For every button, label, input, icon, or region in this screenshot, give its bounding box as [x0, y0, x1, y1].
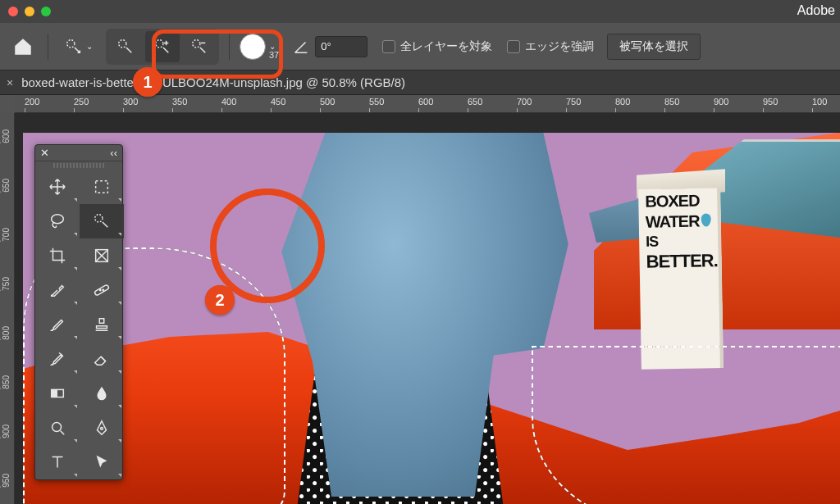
svg-point-9: [99, 289, 100, 290]
tool-pen[interactable]: [80, 411, 124, 445]
tool-clone-stamp[interactable]: [80, 307, 124, 342]
tool-dodge[interactable]: [35, 411, 80, 445]
move-icon: [48, 178, 66, 196]
tool-type[interactable]: [35, 445, 80, 479]
tool-brush[interactable]: [35, 307, 80, 342]
mode-add-selection[interactable]: [145, 31, 180, 62]
tool-lasso[interactable]: [35, 204, 80, 238]
chevron-down-icon: ⌄: [269, 42, 276, 51]
window-zoom-button[interactable]: [41, 7, 51, 16]
brush-add-icon: [153, 38, 171, 56]
quick-select-icon: [93, 212, 111, 230]
svg-point-3: [193, 39, 200, 47]
ruler-tick: 950: [2, 474, 11, 488]
svg-point-5: [52, 215, 64, 224]
panel-close-icon[interactable]: ✕: [40, 147, 49, 159]
history-brush-icon: [48, 350, 66, 368]
panel-collapse-icon[interactable]: ‹‹: [110, 147, 117, 159]
select-subject-button[interactable]: 被写体を選択: [607, 34, 701, 60]
checkbox-icon: [382, 40, 395, 53]
svg-point-14: [101, 428, 103, 430]
frame-icon: [93, 247, 111, 265]
eraser-icon: [93, 350, 111, 368]
ruler-tick: 650: [468, 97, 482, 107]
panel-header[interactable]: ✕ ‹‹: [35, 145, 122, 161]
app-title: Adobe: [797, 3, 835, 18]
mode-new-selection[interactable]: [108, 31, 143, 62]
ruler-tick: 700: [517, 97, 532, 107]
tools-panel[interactable]: ✕ ‹‹: [34, 144, 123, 480]
tool-quick-selection[interactable]: [80, 204, 124, 238]
document-title: boxed-water-is-better-n1pULBOO24M-unspla…: [21, 75, 405, 89]
svg-point-13: [52, 423, 62, 432]
ruler-tick: 350: [172, 97, 187, 107]
separator: [229, 34, 230, 60]
tool-marquee[interactable]: [80, 170, 124, 204]
marquee-icon: [93, 178, 111, 196]
carton-text: WATER: [639, 208, 721, 230]
panel-grip[interactable]: [53, 163, 104, 168]
ruler-tick: 300: [123, 97, 138, 107]
ruler-tick: 800: [615, 97, 630, 107]
tool-preset-picker[interactable]: ⌄: [58, 32, 99, 61]
ruler-tick: 900: [2, 425, 11, 438]
tool-eyedropper[interactable]: [35, 273, 80, 307]
tool-eraser[interactable]: [80, 342, 124, 376]
document-tab-bar: × boxed-water-is-better-n1pULBOO24M-unsp…: [0, 70, 840, 95]
carton-text: BOXED: [638, 188, 720, 210]
water-drop-icon: [701, 213, 710, 226]
ruler-tick: 900: [714, 97, 728, 107]
home-button[interactable]: [8, 32, 38, 61]
canvas-area[interactable]: BOXED WATER IS BETTER.: [15, 113, 840, 504]
crop-icon: [48, 247, 66, 265]
svg-rect-12: [52, 389, 57, 397]
checkbox-label: エッジを強調: [525, 39, 594, 54]
checkbox-label: 全レイヤーを対象: [400, 39, 492, 54]
carton-text: IS: [639, 229, 721, 249]
brush-swatch-icon: [240, 34, 266, 60]
annotation-number: 1: [133, 67, 162, 97]
mode-subtract-selection[interactable]: [182, 31, 217, 62]
brush-subtract-icon: [190, 38, 208, 56]
ruler-tick: 400: [221, 97, 236, 107]
image-carton: BOXED WATER IS BETTER.: [638, 188, 724, 370]
angle-input[interactable]: [315, 36, 368, 57]
tool-path-select[interactable]: [80, 445, 124, 479]
document-canvas[interactable]: BOXED WATER IS BETTER.: [23, 133, 840, 504]
ruler-tick: 750: [2, 277, 11, 291]
sample-all-layers-checkbox[interactable]: 全レイヤーを対象: [382, 39, 492, 54]
svg-point-10: [103, 289, 103, 290]
tab-close-button[interactable]: ×: [7, 76, 13, 89]
tool-history-brush[interactable]: [35, 342, 80, 376]
brush-new-icon: [116, 38, 135, 56]
brush-preset-picker[interactable]: ⌄: [240, 34, 266, 60]
tool-crop[interactable]: [35, 238, 80, 273]
ruler-tick: 650: [2, 179, 11, 193]
svg-point-1: [119, 39, 126, 47]
tool-frame[interactable]: [80, 238, 124, 273]
window-close-button[interactable]: [8, 7, 18, 16]
ruler-tick: 850: [664, 97, 679, 107]
ruler-tick: 250: [74, 97, 89, 107]
checkbox-icon: [507, 40, 520, 53]
enhance-edge-checkbox[interactable]: エッジを強調: [507, 39, 594, 54]
carton-text: BETTER.: [639, 247, 721, 271]
svg-point-0: [67, 39, 75, 47]
stamp-icon: [93, 316, 111, 334]
options-bar: ⌄ ⌄ 37 全レイヤーを対象 エッジを強調 被写体を選択: [0, 23, 840, 70]
vertical-ruler[interactable]: 600 650 700 750 800 850 900 950: [0, 113, 15, 504]
tool-blur[interactable]: [80, 376, 124, 411]
gradient-icon: [48, 384, 66, 402]
drop-icon: [93, 384, 111, 402]
tool-gradient[interactable]: [35, 376, 80, 411]
ruler-tick: 450: [271, 97, 285, 107]
ruler-tick: 750: [566, 97, 581, 107]
ruler-tick: 600: [2, 129, 11, 143]
horizontal-ruler[interactable]: 200 250 300 350 400 450 500 550 600 650 …: [15, 95, 840, 113]
chevron-down-icon: ⌄: [86, 42, 93, 51]
selection-mode-group: [106, 29, 219, 65]
tool-healing[interactable]: [80, 273, 124, 307]
annotation-number: 2: [205, 285, 235, 315]
window-minimize-button[interactable]: [25, 7, 34, 16]
tool-move[interactable]: [35, 170, 80, 204]
